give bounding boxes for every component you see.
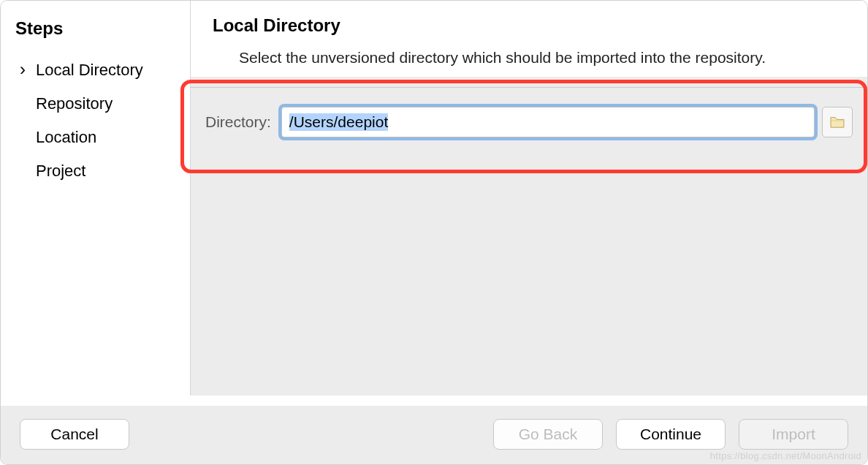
step-location[interactable]: Location (15, 121, 175, 154)
wizard-body: Steps Local Directory Repository Locatio… (1, 1, 867, 396)
continue-button[interactable]: Continue (616, 419, 726, 450)
page-title: Local Directory (213, 15, 845, 36)
step-label: Local Directory (36, 61, 143, 79)
steps-sidebar: Steps Local Directory Repository Locatio… (1, 1, 191, 396)
step-label: Location (36, 128, 96, 146)
directory-input[interactable] (281, 107, 815, 137)
import-button: Import (739, 419, 848, 450)
folder-icon (829, 116, 845, 129)
cancel-button[interactable]: Cancel (20, 419, 129, 450)
step-project[interactable]: Project (15, 154, 175, 188)
page-description: Select the unversioned directory which s… (239, 46, 845, 69)
step-local-directory[interactable]: Local Directory (15, 53, 175, 87)
watermark-text: https://blog.csdn.net/MoonAndroid (710, 450, 861, 461)
step-repository[interactable]: Repository (15, 87, 175, 121)
step-label: Repository (36, 94, 113, 113)
step-label: Project (36, 162, 85, 180)
go-back-button: Go Back (493, 419, 603, 450)
sidebar-title: Steps (15, 18, 175, 39)
main-header: Local Directory Select the unversioned d… (191, 1, 867, 77)
form-area: Directory: (191, 87, 867, 159)
directory-label: Directory: (205, 113, 271, 131)
browse-button[interactable] (822, 107, 853, 137)
step-list: Local Directory Repository Location Proj… (15, 53, 175, 188)
main-panel: Local Directory Select the unversioned d… (191, 1, 867, 396)
directory-input-wrap (281, 107, 815, 137)
directory-row: Directory: (205, 107, 853, 137)
